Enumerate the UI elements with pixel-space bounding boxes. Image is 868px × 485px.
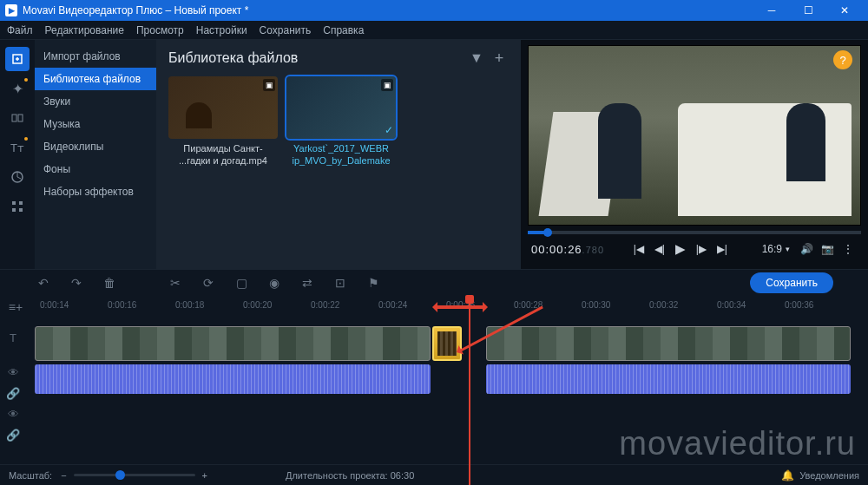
aspect-ratio-selector[interactable]: 16:9 ▾	[757, 243, 795, 255]
svg-rect-2	[18, 115, 23, 121]
zoom-slider[interactable]	[74, 474, 195, 476]
svg-rect-1	[12, 115, 16, 121]
video-track-link-icon[interactable]: 🔗	[5, 385, 21, 401]
preview-scrubber[interactable]	[528, 231, 861, 234]
rail-import-icon[interactable]	[5, 47, 30, 71]
project-duration: Длительность проекта: 06:30	[286, 470, 414, 481]
menu-help[interactable]: Справка	[323, 24, 364, 36]
library-panel: Библиотека файлов ▼ + ▣ Пирамиды Санкт-.…	[156, 40, 521, 269]
text-track-icon[interactable]: T	[5, 330, 21, 345]
app-logo-icon: ▶	[5, 4, 17, 16]
audio-track-visibility-icon[interactable]: 👁	[5, 406, 21, 422]
record-button[interactable]: ⊡	[332, 274, 349, 292]
sidebar-item-music[interactable]: Музыка	[35, 113, 156, 135]
preview-panel: ? 00:00:26.780 |◀ ◀| ▶ |▶ ▶| 16:9 ▾ 🔊 📷 …	[521, 40, 868, 269]
notifications-button[interactable]: 🔔 Уведомления	[781, 469, 859, 482]
ruler-tick: 0:00:36	[785, 300, 813, 310]
help-button[interactable]: ?	[833, 50, 852, 69]
ruler-tick: 0:00:16	[108, 300, 136, 310]
menu-file[interactable]: Файл	[7, 24, 33, 36]
svg-rect-7	[19, 208, 23, 212]
status-bar: Масштаб: − + Длительность проекта: 06:30…	[0, 464, 868, 485]
left-rail: ✦ Tᴛ	[0, 40, 35, 269]
ruler-tick: 0:00:30	[582, 300, 610, 310]
timeline: ≡+ 0:00:14 0:00:16 0:00:18 0:00:20 0:00:…	[0, 295, 868, 453]
transition-wizard-button[interactable]: ⇄	[299, 274, 316, 292]
audio-clip[interactable]	[35, 364, 431, 394]
thumb-label: Yarkost`_2017_WEBRip_MVO_by_Dalemake	[286, 142, 396, 167]
snapshot-icon[interactable]: 📷	[818, 239, 837, 259]
svg-rect-4	[12, 201, 16, 205]
timeline-ruler[interactable]: ≡+ 0:00:14 0:00:16 0:00:18 0:00:20 0:00:…	[0, 295, 868, 314]
sidebar-item-backgrounds[interactable]: Фоны	[35, 158, 156, 180]
undo-button[interactable]: ↶	[35, 274, 52, 292]
audio-track-link-icon[interactable]: 🔗	[5, 427, 21, 442]
zoom-out-button[interactable]: −	[61, 470, 66, 481]
marker-button[interactable]: ⚑	[365, 274, 382, 292]
maximize-button[interactable]: ☐	[790, 0, 826, 21]
crop-button[interactable]: ▢	[233, 274, 250, 292]
svg-rect-6	[12, 208, 16, 212]
transition-clip[interactable]	[432, 326, 462, 361]
thumb-type-icon: ▣	[263, 79, 275, 91]
media-thumb[interactable]: ▣✓ Yarkost`_2017_WEBRip_MVO_by_Dalemake	[286, 76, 396, 167]
menu-settings[interactable]: Настройки	[196, 24, 247, 36]
video-clip[interactable]	[486, 326, 851, 361]
video-clip[interactable]	[35, 326, 431, 361]
prev-clip-button[interactable]: |◀	[629, 239, 648, 259]
svg-rect-5	[19, 201, 23, 205]
minimize-button[interactable]: ─	[753, 0, 790, 21]
ruler-tick: 0:00:24	[378, 300, 407, 310]
ruler-tick: 0:00:18	[175, 300, 204, 310]
menu-view[interactable]: Просмотр	[136, 24, 184, 36]
menubar: Файл Редактирование Просмотр Настройки С…	[0, 21, 868, 40]
titlebar: ▶ Movavi Видеоредактор Плюс – Новый прое…	[0, 0, 868, 21]
filter-icon[interactable]: ▼	[467, 49, 486, 68]
thumb-type-icon: ▣	[381, 79, 393, 91]
sidebar-item-videoclips[interactable]: Видеоклипы	[35, 135, 156, 158]
sidebar-item-library[interactable]: Библиотека файлов	[35, 68, 156, 90]
check-icon: ✓	[385, 124, 393, 136]
audio-clip[interactable]	[486, 364, 851, 394]
cut-button[interactable]: ✂	[167, 274, 184, 292]
delete-button[interactable]: 🗑	[101, 274, 118, 292]
add-file-icon[interactable]: +	[490, 49, 509, 68]
redo-button[interactable]: ↷	[68, 274, 85, 292]
playhead[interactable]	[469, 295, 470, 485]
sidebar-item-sounds[interactable]: Звуки	[35, 90, 156, 113]
sidebar-item-import[interactable]: Импорт файлов	[35, 45, 156, 68]
next-frame-button[interactable]: |▶	[692, 239, 711, 259]
rail-stickers-icon[interactable]	[5, 165, 30, 189]
save-button[interactable]: Сохранить	[750, 272, 833, 293]
menu-edit[interactable]: Редактирование	[45, 24, 124, 36]
next-clip-button[interactable]: ▶|	[713, 239, 732, 259]
play-button[interactable]: ▶	[671, 239, 690, 259]
thumb-label: Пирамиды Санкт-...гадки и догад.mp4	[168, 142, 278, 167]
volume-icon[interactable]: 🔊	[797, 239, 816, 259]
add-track-icon[interactable]: ≡+	[7, 298, 24, 316]
ruler-tick: 0:00:14	[40, 300, 69, 310]
video-track-visibility-icon[interactable]: 👁	[5, 364, 21, 380]
timeline-toolbar: ↶ ↷ 🗑 ✂ ⟳ ▢ ◉ ⇄ ⊡ ⚑ Сохранить	[0, 269, 868, 295]
close-button[interactable]: ✕	[826, 0, 863, 21]
rail-titles-icon[interactable]: Tᴛ	[5, 135, 30, 160]
rail-transitions-icon[interactable]	[5, 106, 30, 130]
preview-more-icon[interactable]: ⋮	[838, 239, 858, 259]
menu-save[interactable]: Сохранить	[260, 24, 312, 36]
rotate-button[interactable]: ⟳	[200, 274, 217, 292]
rail-filters-icon[interactable]: ✦	[5, 76, 30, 101]
sidebar-item-effectpacks[interactable]: Наборы эффектов	[35, 180, 156, 203]
zoom-label: Масштаб:	[9, 470, 52, 481]
prev-frame-button[interactable]: ◀|	[650, 239, 669, 259]
rail-more-icon[interactable]	[5, 194, 30, 219]
preview-video[interactable]	[528, 45, 861, 226]
zoom-in-button[interactable]: +	[202, 470, 207, 481]
preview-timecode: 00:00:26.780	[531, 243, 604, 256]
color-button[interactable]: ◉	[266, 274, 283, 292]
window-title: Movavi Видеоредактор Плюс – Новый проект…	[23, 4, 248, 16]
ruler-tick: 0:00:20	[243, 300, 272, 310]
ruler-tick: 0:00:32	[649, 300, 678, 310]
ruler-tick: 0:00:28	[514, 300, 542, 310]
ruler-tick: 0:00:34	[717, 300, 746, 310]
media-thumb[interactable]: ▣ Пирамиды Санкт-...гадки и догад.mp4	[168, 76, 278, 167]
